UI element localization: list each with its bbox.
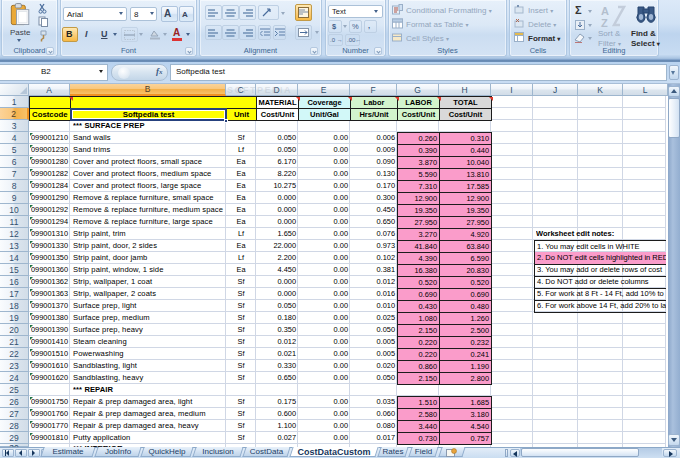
svg-text:A: A (601, 5, 609, 17)
svg-text:Z: Z (601, 17, 608, 29)
